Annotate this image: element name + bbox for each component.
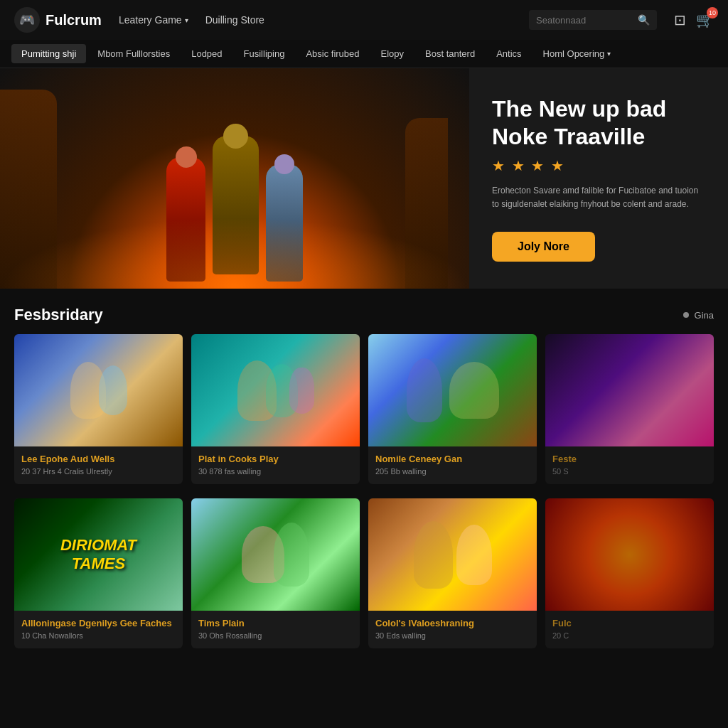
game-meta-5: 30 Ohs Rossalling bbox=[198, 631, 353, 640]
game-title-5: Tims Plain bbox=[198, 618, 353, 628]
game-meta-6: 30 Eds walling bbox=[375, 631, 530, 640]
featured-section-action[interactable]: Gina bbox=[683, 310, 714, 321]
game-info-0: Lee Epohe Aud Wells 20 37 Hrs 4 Cralis U… bbox=[14, 446, 183, 484]
hero-title: The New up bad Noke Traaville bbox=[492, 95, 705, 150]
logo-text: Fulcrum bbox=[46, 12, 102, 28]
logo-icon: 🎮 bbox=[14, 7, 40, 33]
game-title-7: Fulc bbox=[552, 618, 707, 628]
search-bar[interactable]: 🔍 bbox=[529, 10, 657, 30]
cart-badge: 10 bbox=[707, 7, 718, 18]
game-info-4: Allloningase Dgenilys Gee Faches 10 Cha … bbox=[14, 611, 183, 648]
game-thumb-2 bbox=[368, 334, 537, 446]
game-title-3: Feste bbox=[552, 454, 707, 464]
game-title-4: Allloningase Dgenilys Gee Faches bbox=[21, 618, 176, 628]
game-title-1: Plat in Cooks Play bbox=[198, 454, 353, 464]
games-row-1: Lee Epohe Aud Wells 20 37 Hrs 4 Cralis U… bbox=[0, 334, 728, 498]
cart-icon[interactable]: 🛒 10 bbox=[696, 11, 714, 28]
game-card-2[interactable]: Nomile Ceneey Gan 205 Bb walling bbox=[368, 334, 537, 484]
game-card-5[interactable]: Tims Plain 30 Ohs Rossalling bbox=[191, 498, 360, 648]
game-card-0[interactable]: Lee Epohe Aud Wells 20 37 Hrs 4 Cralis U… bbox=[14, 334, 183, 484]
game-thumb-6 bbox=[368, 498, 537, 611]
games-row-2: DIRIOMATTAMES Allloningase Dgenilys Gee … bbox=[0, 498, 728, 663]
game-thumb-title-art-4: DIRIOMATTAMES bbox=[53, 529, 144, 580]
featured-section-header: Fesbsridary Gina bbox=[0, 289, 728, 334]
game-thumb-4: DIRIOMATTAMES bbox=[14, 498, 183, 611]
hero-characters bbox=[0, 68, 469, 289]
search-icon: 🔍 bbox=[638, 14, 650, 26]
game-meta-7: 20 C bbox=[552, 631, 707, 640]
game-thumb-1 bbox=[191, 334, 360, 446]
game-thumb-0 bbox=[14, 334, 183, 446]
header-icons: ⊡ 🛒 10 bbox=[674, 11, 714, 28]
hero-section: The New up bad Noke Traaville ★ ★ ★ ★ Er… bbox=[0, 68, 728, 289]
window-icon[interactable]: ⊡ bbox=[674, 11, 686, 28]
game-card-6[interactable]: Colol's IValoeshraning 30 Eds walling bbox=[368, 498, 537, 648]
navbar-item-6[interactable]: Bost tanterd bbox=[415, 44, 485, 63]
chevron-down-icon: ▾ bbox=[607, 50, 611, 58]
nav-dropdown-game[interactable]: Leatery Game ▾ bbox=[119, 14, 188, 26]
navbar-item-4[interactable]: Absic firubed bbox=[296, 44, 369, 63]
navbar-item-1[interactable]: Mbom Fulllorsties bbox=[87, 44, 180, 63]
navbar-item-2[interactable]: Lodped bbox=[181, 44, 232, 63]
game-info-6: Colol's IValoeshraning 30 Eds walling bbox=[368, 611, 537, 648]
game-info-2: Nomile Ceneey Gan 205 Bb walling bbox=[368, 446, 537, 484]
featured-section-title: Fesbsridary bbox=[14, 306, 103, 324]
header: 🎮 Fulcrum Leatery Game ▾ Duilling Store … bbox=[0, 0, 728, 40]
game-title-6: Colol's IValoeshraning bbox=[375, 618, 530, 628]
game-meta-0: 20 37 Hrs 4 Cralis Ulrestly bbox=[21, 467, 176, 476]
hero-stars: ★ ★ ★ ★ bbox=[492, 157, 705, 174]
game-meta-4: 10 Cha Nowallors bbox=[21, 631, 176, 640]
game-card-7[interactable]: Fulc 20 C bbox=[545, 498, 714, 648]
navbar-item-7[interactable]: Antics bbox=[486, 44, 531, 63]
navbar-item-8[interactable]: Homl Opcering ▾ bbox=[533, 44, 621, 63]
hero-cta-button[interactable]: Joly Nore bbox=[492, 232, 595, 262]
game-info-5: Tims Plain 30 Ohs Rossalling bbox=[191, 611, 360, 648]
navbar-item-0[interactable]: Pumitting shji bbox=[11, 44, 86, 63]
navbar-item-5[interactable]: Elopy bbox=[371, 44, 414, 63]
search-input[interactable] bbox=[536, 15, 633, 26]
logo[interactable]: 🎮 Fulcrum bbox=[14, 7, 102, 33]
game-card-3[interactable]: Feste 50 S bbox=[545, 334, 714, 484]
game-thumb-7 bbox=[545, 498, 714, 611]
game-meta-3: 50 S bbox=[552, 467, 707, 476]
game-info-7: Fulc 20 C bbox=[545, 611, 714, 648]
navbar-item-3[interactable]: Fusilliping bbox=[234, 44, 295, 63]
hero-image bbox=[0, 68, 469, 289]
game-info-1: Plat in Cooks Play 30 878 fas walling bbox=[191, 446, 360, 484]
game-title-2: Nomile Ceneey Gan bbox=[375, 454, 530, 464]
game-meta-2: 205 Bb walling bbox=[375, 467, 530, 476]
game-card-1[interactable]: Plat in Cooks Play 30 878 fas walling bbox=[191, 334, 360, 484]
game-meta-1: 30 878 fas walling bbox=[198, 467, 353, 476]
game-title-0: Lee Epohe Aud Wells bbox=[21, 454, 176, 464]
game-thumb-3 bbox=[545, 334, 714, 446]
hero-info: The New up bad Noke Traaville ★ ★ ★ ★ Er… bbox=[469, 68, 728, 289]
nav-dropdown-store[interactable]: Duilling Store bbox=[205, 14, 264, 26]
game-info-3: Feste 50 S bbox=[545, 446, 714, 484]
hero-description: Erohecton Savare amd falible for Fucibat… bbox=[492, 184, 705, 211]
game-thumb-5 bbox=[191, 498, 360, 611]
chevron-down-icon: ▾ bbox=[185, 16, 188, 24]
game-card-4[interactable]: DIRIOMATTAMES Allloningase Dgenilys Gee … bbox=[14, 498, 183, 648]
navbar: Pumitting shji Mbom Fulllorsties Lodped … bbox=[0, 40, 728, 68]
dot-icon bbox=[683, 312, 689, 318]
